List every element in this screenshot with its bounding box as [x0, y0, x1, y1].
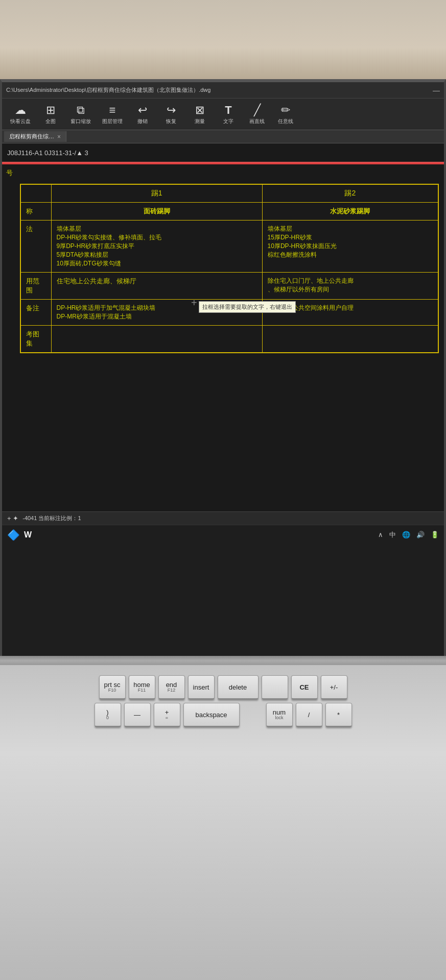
key-numpad-slash[interactable]: /: [296, 703, 322, 727]
key-delete[interactable]: delete: [218, 675, 259, 700]
status-text: -4041 当前标注比例：1: [22, 514, 81, 522]
table-row: 法 墙体基层 DP-HR砂浆勾实接缝、修补填面、拉毛 9厚DP-HR砂浆打底压实…: [20, 220, 438, 273]
fullview-icon: ⊞: [46, 104, 55, 117]
drawing-area[interactable]: 号 踢1 踢2 称 面砖踢脚 水泥砂浆: [2, 164, 444, 511]
tray-right-area: ∧ 中 🌐 🔊 🔋: [378, 530, 439, 540]
laptop-hinge: [0, 656, 446, 665]
key-numpad-asterisk[interactable]: *: [325, 703, 352, 727]
banner-text: J08J116-A1 0J311-31-/▲ 3: [7, 149, 88, 157]
cell-1-1: 墙体基层 DP-HR砂浆勾实接缝、修补填面、拉毛 9厚DP-HR砂浆打底压实抹平…: [51, 220, 262, 273]
keyboard-row-num: ) 0 — + = backspace num lock /: [15, 703, 431, 727]
tray-battery-icon: 🔋: [431, 531, 439, 538]
table-header-col1: 踢1: [51, 184, 262, 203]
layers-icon: ≡: [109, 104, 116, 117]
cell-4-1: [51, 326, 262, 353]
cell-0-1: 面砖踢脚: [51, 203, 262, 220]
tab-label: 启程框剪商住综…: [9, 133, 54, 140]
measure-label: 测量: [195, 118, 205, 125]
text-icon: T: [225, 104, 231, 117]
measure-icon: ⊠: [195, 104, 204, 117]
any-line-button[interactable]: ✏ 任意线: [273, 102, 298, 127]
quick-cloud-button[interactable]: ☁ 快看云盘: [6, 102, 35, 127]
tooltip: 拉框选择需要提取的文字，右键退出: [199, 301, 296, 313]
zoom-icon: ⧉: [77, 104, 85, 117]
key-end[interactable]: end F12: [158, 675, 185, 700]
row-label-3: 备注: [20, 300, 51, 326]
redo-label: 恢复: [166, 118, 176, 125]
draw-line-label: 画直线: [249, 118, 265, 125]
cell-0-2: 水泥砂浆踢脚: [262, 203, 438, 220]
row-label-0: 称: [20, 203, 51, 220]
row-label-2: 用范围: [20, 273, 51, 300]
cad-table-container: 踢1 踢2 称 面砖踢脚 水泥砂浆踢脚 法 墙体基层 DP-HR砂浆勾实接缝、修…: [20, 184, 439, 353]
cad-window: C:\Users\Administrator\Desktop\启程框剪商住综合体…: [2, 82, 444, 656]
desk-surface: [0, 0, 446, 79]
app-logo-icon: 🔷: [7, 529, 20, 541]
full-view-button[interactable]: ⊞ 全图: [38, 102, 63, 127]
quick-cloud-label: 快看云盘: [10, 118, 31, 125]
row-label-1: 法: [20, 220, 51, 273]
key-plus-minus[interactable]: +/-: [321, 675, 347, 700]
cloud-icon: ☁: [15, 104, 26, 117]
cell-1-2: 墙体基层 15厚DP-HR砂浆 10厚DP-HR砂浆抹面压光 棕红色耐擦洗涂料: [262, 220, 438, 273]
draw-line-button[interactable]: ╱ 画直线: [244, 102, 270, 127]
table-row: 考图集: [20, 326, 438, 353]
title-text: C:\Users\Administrator\Desktop\启程框剪商住综合体…: [6, 86, 210, 94]
undo-icon: ↩: [138, 104, 147, 117]
top-banner: J08J116-A1 0J311-31-/▲ 3: [2, 143, 444, 163]
full-view-label: 全图: [45, 118, 56, 125]
title-bar: C:\Users\Administrator\Desktop\启程框剪商住综合体…: [2, 82, 444, 99]
redo-button[interactable]: ↪ 恢复: [158, 102, 184, 127]
redo-icon: ↪: [167, 104, 176, 117]
status-bar: + ✦ -4041 当前标注比例：1: [2, 511, 444, 525]
status-plus-icon: + ✦: [7, 514, 18, 522]
key-insert[interactable]: insert: [188, 675, 215, 700]
key-home[interactable]: home F11: [129, 675, 155, 700]
key-plus-equals[interactable]: + =: [154, 703, 180, 727]
key-ce[interactable]: CE: [291, 675, 318, 700]
key-underscore[interactable]: —: [124, 703, 151, 727]
tab-drawing[interactable]: 启程框剪商住综… ×: [4, 131, 66, 142]
app-logo-label: W: [24, 530, 32, 540]
toolbar: ☁ 快看云盘 ⊞ 全图 ⧉ 窗口缩放 ≡ 图层管理 ↩ 撤销 ↪ 恢复: [2, 99, 444, 130]
table-row: 称 面砖踢脚 水泥砂浆踢脚: [20, 203, 438, 220]
tab-close-button[interactable]: ×: [57, 133, 61, 140]
text-label: 文字: [223, 118, 233, 125]
pencil-icon: ✏: [281, 104, 290, 117]
table-row: 用范围 住宅地上公共走廊、候梯厅 除住宅入口门厅、地上公共走廊 、候梯厅以外所有…: [20, 273, 438, 300]
laptop-screen: C:\Users\Administrator\Desktop\启程框剪商住综合体…: [0, 79, 446, 656]
table-header-col2: 踢2: [262, 184, 438, 203]
tray-lang-indicator: 中: [389, 530, 396, 540]
cell-2-2: 除住宅入口门厅、地上公共走廊 、候梯厅以外所有房间: [262, 273, 438, 300]
layer-mgr-label: 图层管理: [102, 118, 123, 125]
key-backspace[interactable]: backspace: [183, 703, 240, 727]
any-line-label: 任意线: [278, 118, 293, 125]
layer-mgr-button[interactable]: ≡ 图层管理: [98, 102, 127, 127]
window-zoom-button[interactable]: ⧉ 窗口缩放: [66, 102, 95, 127]
key-numpad-blank[interactable]: [262, 675, 288, 700]
undo-label: 撤销: [137, 118, 148, 125]
line-icon: ╱: [254, 104, 261, 117]
minimize-button[interactable]: —: [433, 86, 440, 94]
tray-caret-icon: ∧: [378, 531, 383, 538]
tray-network-icon: 🌐: [402, 531, 410, 538]
laptop-body: prt sc F10 home F11 end F12 insert delet…: [0, 656, 446, 980]
table-header-rowlabel: [20, 184, 51, 203]
measure-button[interactable]: ⊠ 测量: [187, 102, 213, 127]
system-tray: 🔷 W ∧ 中 🌐 🔊 🔋: [2, 525, 444, 544]
keyboard-row-fn: prt sc F10 home F11 end F12 insert delet…: [15, 675, 431, 700]
key-paren-close[interactable]: ) 0: [95, 703, 121, 727]
tooltip-text: 拉框选择需要提取的文字，右键退出: [202, 304, 292, 310]
undo-button[interactable]: ↩ 撤销: [130, 102, 155, 127]
key-numlock[interactable]: num lock: [266, 703, 293, 727]
cell-2-1: 住宅地上公共走廊、候梯厅: [51, 273, 262, 300]
window-zoom-label: 窗口缩放: [71, 118, 91, 125]
text-button[interactable]: T 文字: [216, 102, 241, 127]
building-materials-table: 踢1 踢2 称 面砖踢脚 水泥砂浆踢脚 法 墙体基层 DP-HR砂浆勾实接缝、修…: [20, 184, 439, 353]
row-label-4: 考图集: [20, 326, 51, 353]
key-spacer: [243, 703, 263, 727]
key-prtsc[interactable]: prt sc F10: [99, 675, 126, 700]
cell-4-2: [262, 326, 438, 353]
keyboard-area: prt sc F10 home F11 end F12 insert delet…: [0, 665, 446, 741]
col-number-header: 号: [6, 168, 13, 178]
